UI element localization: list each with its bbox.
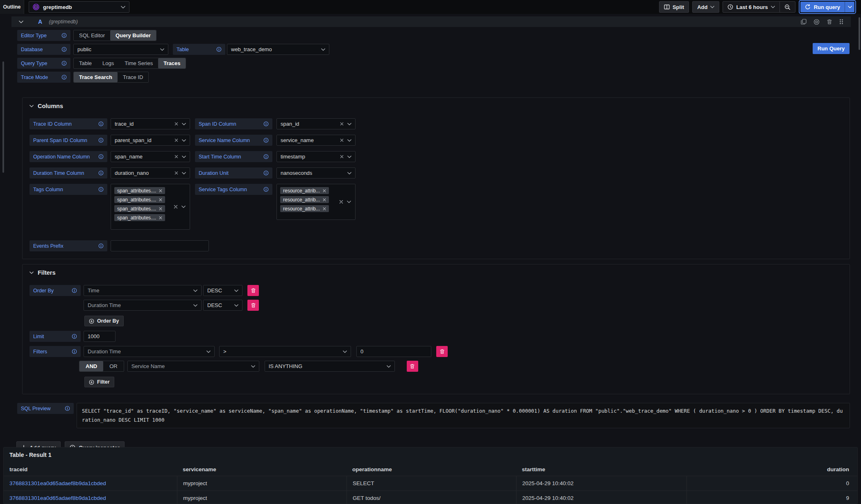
limit-input[interactable] xyxy=(84,331,116,342)
column-header-traceid[interactable]: traceid xyxy=(4,463,177,476)
service-tag-chip[interactable]: resource_attrib... xyxy=(280,187,329,194)
column-header-operationname[interactable]: operationname xyxy=(347,463,516,476)
info-icon[interactable] xyxy=(65,406,70,411)
remove-chip-icon[interactable] xyxy=(159,198,162,201)
query-type-table[interactable]: Table xyxy=(74,58,97,68)
delete-query-icon[interactable] xyxy=(827,19,832,25)
events-prefix-input[interactable] xyxy=(111,240,209,251)
run-query-dropdown-toggle[interactable] xyxy=(845,2,854,12)
trace-mode-trace-search[interactable]: Trace Search xyxy=(74,72,118,82)
info-icon[interactable] xyxy=(263,121,269,127)
info-icon[interactable] xyxy=(98,187,104,192)
info-icon[interactable] xyxy=(98,243,104,249)
span-id-column-select[interactable]: span_id xyxy=(276,118,356,129)
duration-time-column-select[interactable]: duration_nano xyxy=(111,167,190,179)
info-icon[interactable] xyxy=(98,154,104,159)
filter-operator-select[interactable]: > xyxy=(219,346,351,357)
info-icon[interactable] xyxy=(61,61,67,66)
order-by-direction-select-1[interactable]: DESC xyxy=(203,285,242,296)
info-icon[interactable] xyxy=(263,138,269,143)
add-order-by-button[interactable]: Order By xyxy=(84,316,124,326)
filter-field-select-2[interactable]: Service Name xyxy=(127,361,259,372)
tag-chip[interactable]: span_attributes.... xyxy=(114,187,165,194)
left-scrollbar-thumb[interactable] xyxy=(2,61,4,173)
clear-icon[interactable] xyxy=(340,155,344,158)
query-type-time-series[interactable]: Time Series xyxy=(119,58,158,68)
info-icon[interactable] xyxy=(72,334,77,339)
query-row-header[interactable]: A (greptimedb) xyxy=(11,16,851,27)
order-by-field-select-2[interactable]: Duration Time xyxy=(84,300,202,311)
column-header-duration[interactable]: duration xyxy=(687,463,857,476)
tag-chip[interactable]: span_attributes.... xyxy=(114,214,165,221)
clear-icon[interactable] xyxy=(174,171,178,175)
service-tags-column-multiselect[interactable]: resource_attrib... resource_attrib... re… xyxy=(276,184,356,220)
right-scrollbar-thumb[interactable] xyxy=(859,17,860,50)
remove-order-by-button[interactable] xyxy=(247,285,259,296)
start-time-column-select[interactable]: timestamp xyxy=(276,151,356,162)
clear-icon[interactable] xyxy=(174,138,178,142)
toggle-visibility-icon[interactable] xyxy=(813,19,820,25)
duration-unit-select[interactable]: nanoseconds xyxy=(276,167,356,179)
table-select[interactable]: web_trace_demo xyxy=(227,44,329,55)
query-type-logs[interactable]: Logs xyxy=(97,58,119,68)
trace-mode-trace-id[interactable]: Trace ID xyxy=(118,72,148,82)
info-icon[interactable] xyxy=(61,33,67,38)
remove-filter-button[interactable] xyxy=(436,346,448,357)
outline-toggle[interactable]: Outline xyxy=(0,0,24,14)
info-icon[interactable] xyxy=(263,170,269,176)
clear-icon[interactable] xyxy=(174,122,178,126)
database-select[interactable]: public xyxy=(73,44,168,55)
columns-section-header[interactable]: Columns xyxy=(23,98,850,109)
clear-icon[interactable] xyxy=(340,122,344,126)
remove-chip-icon[interactable] xyxy=(323,189,326,192)
clear-icon[interactable] xyxy=(174,155,178,158)
run-query-panel-button[interactable]: Run Query xyxy=(813,43,850,54)
datasource-picker[interactable]: greptimedb xyxy=(29,1,129,13)
drag-handle-icon[interactable] xyxy=(839,19,843,25)
split-button[interactable]: Split xyxy=(659,1,689,13)
info-icon[interactable] xyxy=(98,121,104,127)
add-button[interactable]: Add xyxy=(692,1,719,13)
filter-logic-or[interactable]: OR xyxy=(103,361,124,371)
trace-id-link[interactable]: 3768831301ea0d65adaef8b9da1cbded xyxy=(9,480,106,486)
column-header-servicename[interactable]: servicename xyxy=(177,463,347,476)
remove-chip-icon[interactable] xyxy=(323,207,326,210)
remove-chip-icon[interactable] xyxy=(159,216,162,219)
remove-chip-icon[interactable] xyxy=(159,189,162,192)
run-query-button[interactable]: Run query xyxy=(800,2,845,12)
info-icon[interactable] xyxy=(61,75,67,80)
time-range-picker[interactable]: Last 6 hours xyxy=(723,2,779,12)
info-icon[interactable] xyxy=(263,154,269,159)
service-tag-chip[interactable]: resource_attrib... xyxy=(280,205,329,212)
tag-chip[interactable]: span_attributes.... xyxy=(114,196,165,203)
editor-type-query-builder[interactable]: Query Builder xyxy=(110,30,156,41)
info-icon[interactable] xyxy=(263,187,269,192)
tag-chip[interactable]: span_attributes.... xyxy=(114,205,165,212)
duplicate-query-icon[interactable] xyxy=(801,19,807,25)
clear-icon[interactable] xyxy=(340,138,344,142)
editor-type-sql-editor[interactable]: SQL Editor xyxy=(74,30,110,41)
order-by-field-select-1[interactable]: Time xyxy=(84,285,202,296)
filters-section-header[interactable]: Filters xyxy=(23,264,850,276)
filter-field-select[interactable]: Duration Time xyxy=(84,346,215,357)
order-by-direction-select-2[interactable]: DESC xyxy=(203,300,242,311)
info-icon[interactable] xyxy=(72,288,77,293)
tags-column-multiselect[interactable]: span_attributes.... span_attributes.... … xyxy=(111,184,190,230)
remove-chip-icon[interactable] xyxy=(159,207,162,210)
service-name-column-select[interactable]: service_name xyxy=(276,135,356,146)
operation-name-column-select[interactable]: span_name xyxy=(111,151,190,162)
trace-id-link[interactable]: 3768831301ea0d65adaef8b9da1cbded xyxy=(9,495,106,501)
zoom-out-time-button[interactable] xyxy=(779,2,795,12)
column-header-starttime[interactable]: starttime xyxy=(516,463,687,476)
remove-filter-button[interactable] xyxy=(407,361,418,372)
add-filter-button[interactable]: Filter xyxy=(84,377,114,387)
info-icon[interactable] xyxy=(61,47,67,52)
clear-all-icon[interactable] xyxy=(339,200,343,204)
remove-order-by-button[interactable] xyxy=(247,300,259,311)
filter-logic-and[interactable]: AND xyxy=(79,361,103,371)
parent-span-id-column-select[interactable]: parent_span_id xyxy=(111,135,190,146)
remove-chip-icon[interactable] xyxy=(323,198,326,201)
filter-operator-select-2[interactable]: IS ANYTHING xyxy=(265,361,395,372)
info-icon[interactable] xyxy=(98,170,104,176)
trace-id-column-select[interactable]: trace_id xyxy=(111,118,190,129)
